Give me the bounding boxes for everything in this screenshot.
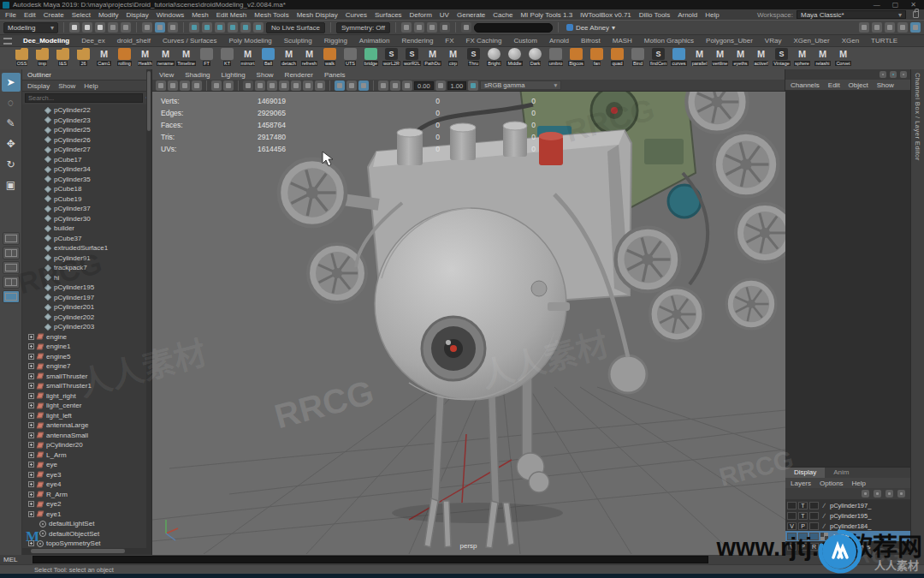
shelf-tab[interactable]: FX [439, 35, 459, 46]
shelf-button[interactable]: Cam1 [94, 48, 114, 66]
outliner-item[interactable]: antennaSmall [22, 431, 151, 441]
channel-options-icon[interactable] [900, 71, 907, 78]
shelf-button[interactable]: activef [751, 48, 771, 66]
ipr-render-icon[interactable] [427, 22, 437, 33]
exposure-icon[interactable] [402, 80, 412, 91]
layer-playback-toggle[interactable] [798, 533, 808, 540]
expand-icon[interactable] [28, 452, 34, 458]
shelf-button[interactable]: walk [320, 48, 340, 66]
outliner-item[interactable]: engine [22, 332, 151, 343]
channel-box-vertical-tab[interactable]: Channel Box / Layer Editor [914, 73, 921, 161]
viewport-menu-item[interactable]: Lighting [222, 71, 246, 79]
shelf-button[interactable]: quad [607, 48, 627, 66]
shelf-tab[interactable]: XGen [836, 35, 865, 46]
shelf-button[interactable]: vertline [710, 48, 730, 66]
shelf-button[interactable]: eyeths [731, 48, 750, 66]
shelf-button[interactable]: Timeline [176, 48, 196, 66]
viewport-canvas[interactable]: Verts:146901900 Edges:292906500 Faces:14… [152, 92, 785, 555]
layer-color-icon[interactable]: ∕ [820, 502, 828, 509]
outliner-item[interactable]: pCylinder26 [22, 135, 151, 146]
outliner-item[interactable]: builder [22, 223, 151, 234]
expand-icon[interactable] [28, 373, 34, 379]
expand-icon[interactable] [28, 354, 34, 360]
layout-outliner-persp-button[interactable] [3, 276, 20, 289]
layer-playback-toggle[interactable]: T [798, 502, 808, 509]
layer-row[interactable]: V P R ∕ _imagePlanes [785, 541, 910, 551]
shelf-button[interactable]: worL2R [382, 48, 401, 66]
outliner-item[interactable]: extrudedSurface1 [22, 243, 151, 253]
display-toggle-icon[interactable] [890, 71, 897, 78]
outliner-item[interactable]: antennaLarge [22, 420, 151, 431]
outliner-item[interactable]: pCylinder34 [22, 164, 151, 175]
outliner-item[interactable]: trackpack7 [22, 263, 151, 273]
outliner-item[interactable]: pCube17 [22, 155, 151, 165]
shelf-button[interactable]: parallel [690, 48, 709, 66]
shelf-button[interactable]: umbro [546, 48, 566, 66]
expand-icon[interactable] [28, 511, 34, 517]
shelf-button[interactable]: Ball [258, 48, 278, 66]
shelf-button[interactable]: rename [156, 48, 175, 66]
expand-icon[interactable] [28, 334, 34, 340]
shelf-button[interactable]: Bigcos [566, 48, 586, 66]
shelf-button[interactable]: bridge [361, 48, 381, 66]
outliner-item[interactable]: smallThruster1 [22, 381, 151, 391]
shelf-tab[interactable]: Animation [353, 35, 396, 46]
expand-icon[interactable] [28, 363, 34, 369]
gamma-icon[interactable] [435, 80, 446, 91]
menu-set-selector[interactable]: Modeling▾ [3, 22, 58, 33]
shelf-menu-icon[interactable] [3, 38, 12, 45]
scale-tool-button[interactable]: ▣ [2, 176, 21, 194]
construction-history-icon[interactable] [401, 22, 412, 33]
shelf-button[interactable]: detach [279, 48, 299, 66]
close-button[interactable]: ✕ [910, 1, 916, 9]
layout-four-pane-button[interactable] [3, 261, 20, 274]
layer-visibility-toggle[interactable]: V [787, 522, 797, 530]
shadows-icon[interactable] [303, 80, 313, 91]
layout-single-pane-button[interactable] [3, 232, 20, 245]
use-all-lights-icon[interactable] [291, 80, 301, 91]
outliner-item[interactable]: pCylinder197 [22, 293, 151, 303]
outliner-item[interactable]: engine1 [22, 342, 151, 352]
outliner-search-input[interactable] [25, 93, 143, 103]
expand-icon[interactable] [28, 462, 34, 468]
mel-label[interactable]: MEL [3, 556, 29, 563]
viewport-menu-item[interactable]: Show [257, 71, 274, 79]
outliner-item[interactable]: hi [22, 273, 151, 283]
outliner-item[interactable]: eye4 [22, 480, 151, 490]
layer-editor-menu-item[interactable]: Options [820, 480, 844, 487]
outliner-item[interactable]: light_center [22, 401, 151, 411]
outliner-item[interactable]: pCylinder91 [22, 253, 151, 264]
outliner-item[interactable]: L_Arm [22, 450, 151, 461]
lock-icon[interactable] [913, 11, 919, 18]
undo-icon[interactable] [108, 22, 118, 33]
channel-box-area[interactable] [785, 91, 910, 467]
toggle-channel-box-icon[interactable] [897, 22, 908, 33]
outliner-item[interactable]: pCylinder37 [22, 204, 151, 214]
menu-item[interactable]: Deform [410, 11, 432, 19]
menu-item[interactable]: UV [440, 11, 449, 19]
viewport-menu-item[interactable]: View [159, 71, 174, 79]
shelf-button[interactable]: tmp [33, 48, 52, 66]
shelf-button[interactable]: worR2L [402, 48, 422, 66]
maximize-button[interactable]: ▢ [892, 1, 899, 9]
shelf-button[interactable]: FT [197, 48, 216, 66]
expand-icon[interactable] [28, 393, 34, 399]
menu-item[interactable]: Arnold [678, 11, 697, 19]
channel-box-menu-item[interactable]: Show [877, 81, 894, 89]
layer-editor-menu-item[interactable]: Layers [791, 480, 811, 487]
outliner-item[interactable]: pCylinder203 [22, 322, 151, 332]
open-scene-icon[interactable] [82, 22, 92, 33]
layer-row[interactable]: V P ∕ pCylinder184_ [785, 521, 910, 531]
pause-icon[interactable] [440, 22, 450, 33]
move-tool-button[interactable]: ✥ [2, 134, 21, 153]
signin-user-selector[interactable]: Dee Abney ▾ [564, 22, 618, 33]
quick-input-field[interactable] [474, 23, 553, 33]
menu-item[interactable]: Mesh Tools [254, 11, 288, 19]
lasso-tool-button[interactable]: ◌ [2, 93, 21, 112]
outliner-item[interactable]: light_left [22, 411, 151, 421]
multisample-aa-icon[interactable] [346, 80, 357, 91]
outliner-item[interactable]: pCube18 [22, 184, 151, 194]
menu-item[interactable]: Edit Mesh [216, 11, 247, 19]
snap-to-plane-icon[interactable] [228, 22, 238, 33]
outliner-item[interactable]: pCylinder27 [22, 145, 151, 155]
